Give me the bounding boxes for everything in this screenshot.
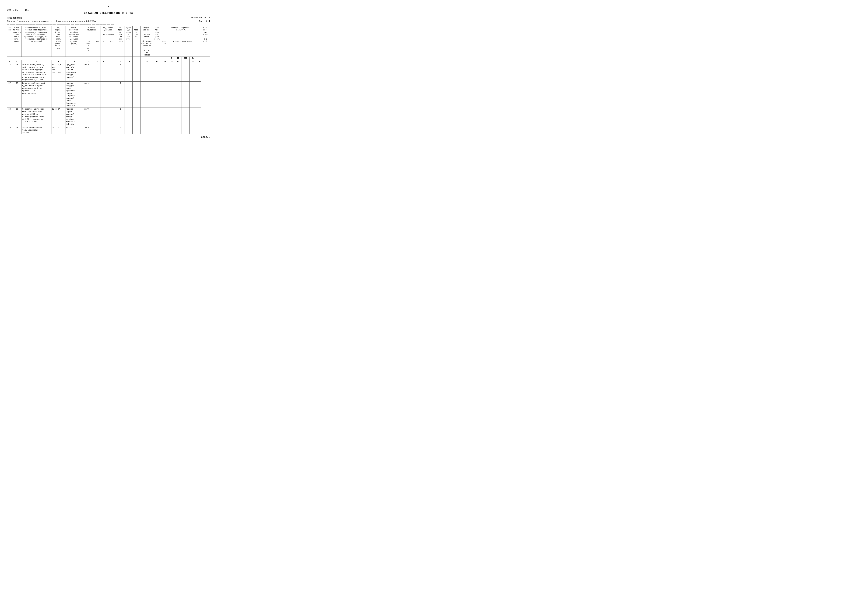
table-row: I8 I8 Сепаратор центробеж-ный производит… (7, 107, 210, 126)
h-q4: IV (189, 57, 196, 60)
col-cena: Ценаеди-ницывтнс.руб. (125, 26, 132, 57)
col-mat-code: — (101, 40, 106, 57)
col-num-13: I3 (153, 60, 161, 63)
cell-vsego-19 (161, 126, 168, 134)
col-kvartaly: в т.ч.по кварталам (168, 40, 196, 57)
cell-pos-18: I8 (12, 107, 22, 126)
cell-ojid-18 (140, 107, 153, 126)
col-num-6: 6 (83, 60, 94, 63)
h-q3: III (181, 57, 189, 60)
cell-q3-19 (181, 126, 189, 134)
cell-code2-19 (106, 126, 117, 134)
spec-table: ##пп № поз.по тех-нологич.схеме,местоуст… (7, 26, 210, 134)
cell-zavod-17: Красно-гвардей-скийкрановыйзаводп.Красно… (65, 82, 83, 107)
cell-vsego-16 (161, 63, 168, 82)
col-potr: По-треб-но-стьпопро-екту (117, 26, 125, 57)
col-num-3: 3 (22, 60, 51, 63)
cell-unit-code-16 (94, 63, 101, 82)
col-num-9 (106, 60, 117, 63)
cell-name-19: Электроподогрева-тель мощностью25 кВт (22, 126, 51, 134)
cell-vsego-17 (161, 82, 168, 107)
cell-q3-18 (181, 107, 189, 126)
col-code-group: Код обору-дования.——————материалов (101, 26, 117, 40)
cell-type-18: СЦ-I,5А (51, 107, 65, 126)
cell-zavod-18: Машино-строи-тельныйзаводим.Дзер-жинског… (65, 107, 83, 126)
cell-stoimost-16 (196, 63, 201, 82)
cell-potr-16: 6 (117, 63, 125, 82)
col-num-11: II (132, 60, 140, 63)
cell-ojid-17 (140, 82, 153, 107)
col-zavod: Завод-изготови-тель(дляимпортно-го обору… (65, 26, 83, 57)
cell-ojid-19 (140, 126, 153, 134)
h-po (132, 57, 140, 60)
cell-type-19: ЭП-I,5 (51, 126, 65, 134)
cell-q4-16 (189, 63, 196, 82)
col-num-2: 2 (12, 60, 22, 63)
cell-stoimost-17 (196, 82, 201, 107)
cell-cena-17 (125, 82, 132, 107)
cell-name-18: Сепаратор центробеж-ный производитель-но… (22, 107, 51, 126)
cell-type-16: ФР2-SI,5--03зnd.C32I10.0 (51, 63, 65, 82)
col-num-1: 1 (7, 60, 12, 63)
table-row: I9 I9 Электроподогрева-тель мощностью25 … (7, 126, 210, 134)
cell-vsego-18 (161, 107, 168, 126)
sheet-label: Лист № 4 (199, 20, 210, 23)
cell-q1-18 (168, 107, 175, 126)
col-stoimost: Сто-имо-стьвсеговтнсруб. (201, 26, 210, 57)
cell-nn-19: I9 (7, 126, 12, 134)
cell-stoimost-18 (196, 107, 201, 126)
col-num-5: 5 (65, 60, 83, 63)
cell-cena-18 (125, 107, 132, 126)
cell-nn-16: I6 (7, 63, 12, 82)
cell-unit-name-19: компл. (83, 126, 94, 134)
cell-po-17 (132, 82, 140, 107)
cell-code1-17 (101, 82, 106, 107)
col-unit-name: На-име-но-ва-ние (83, 40, 94, 57)
h-ojid (140, 57, 153, 60)
cell-nn-17: I7 (7, 82, 12, 107)
cell-po-18 (132, 107, 140, 126)
cell-potr-17: I (117, 82, 125, 107)
cell-unit-code-18 (94, 107, 101, 126)
col-num-18: I8 (189, 60, 196, 63)
cell-q2-16 (175, 63, 181, 82)
cell-zayv-16 (153, 63, 161, 82)
cell-zayv-17 (153, 82, 161, 107)
empty-headers (7, 57, 83, 60)
col-unit-code: Код (94, 40, 101, 57)
h-q1: I (168, 57, 175, 60)
cell-q3-17 (181, 82, 189, 107)
doc-id: 904-I-35 (IX) (7, 9, 29, 11)
cell-unit-name-18: компл. (83, 107, 94, 126)
total-sheets: Всего листов 5 (191, 17, 210, 19)
page-number: 7 (7, 5, 210, 8)
cell-zayv-18 (153, 107, 161, 126)
col-num-10: IO (125, 60, 132, 63)
cell-code2-16 (106, 63, 117, 82)
col-nn: ##пп (7, 26, 12, 57)
col-type: Тип,марка,№ чер-тежа,мате-риал,№ оп-росн… (51, 26, 65, 57)
h-potr (117, 57, 125, 60)
cell-code1-16 (101, 63, 106, 82)
cell-pos-16: I6 (12, 63, 22, 82)
cell-q1-17 (168, 82, 175, 107)
col-num-7: 7 (94, 60, 101, 63)
cell-zayv-19 (153, 126, 161, 134)
cell-stoimost-19 (196, 126, 201, 134)
cell-code1-18 (101, 107, 106, 126)
h-zayv (153, 57, 161, 60)
cell-unit-code-19 (94, 126, 101, 134)
cell-q1-16 (168, 63, 175, 82)
cell-code2-17 (106, 82, 117, 107)
object-label: Объект (производственная мощность ) Комп… (7, 20, 96, 23)
header-row: ##пп № поз.по тех-нологич.схеме,местоуст… (7, 26, 210, 40)
cell-pos-17: I7 (12, 82, 22, 107)
h-unit-code (94, 57, 101, 60)
cell-type-17 (51, 82, 65, 107)
cell-pos-19: I9 (12, 126, 22, 134)
col-num-12: I2 (140, 60, 153, 63)
cell-po-19 (132, 126, 140, 134)
h-code1 (101, 57, 106, 60)
cell-cena-19 (125, 126, 132, 134)
col-num-16: I6 (175, 60, 181, 63)
